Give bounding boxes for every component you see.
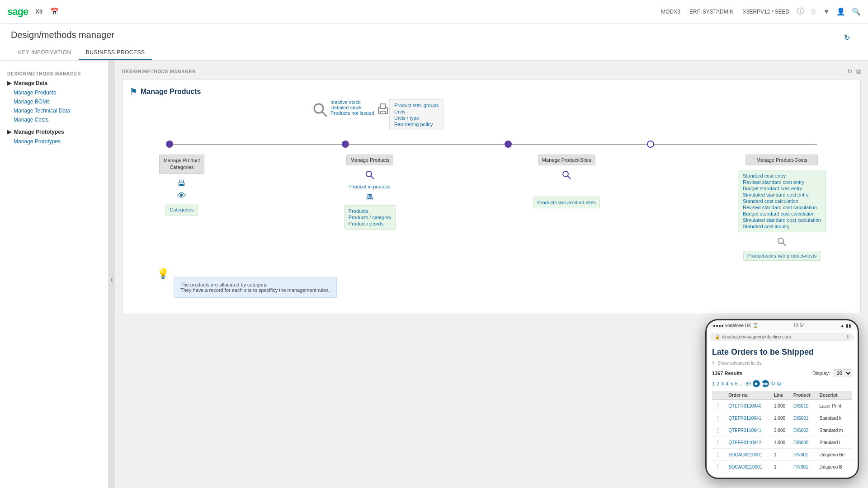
table-row: ⋮ QTEFR0110042 1,000 DIS008 Standard l xyxy=(712,436,852,449)
page-69[interactable]: 69 xyxy=(745,381,751,386)
row-dots[interactable]: ⋮ xyxy=(712,449,726,461)
link-simulated-standard-cost-entry[interactable]: Simulated standard cost entry xyxy=(743,192,821,197)
print-icon-products[interactable]: 🖶 xyxy=(366,193,374,202)
link-budget-standard-cost-calculation[interactable]: Budget standard cost calculation xyxy=(743,211,821,216)
tab-key-information[interactable]: KEY INFORMATION xyxy=(11,46,79,60)
sidebar-group-manage-prototypes[interactable]: ▶ Manage Prototypes xyxy=(0,127,108,137)
row-dots[interactable]: ⋮ xyxy=(712,400,726,412)
share-icon[interactable]: ⇧ xyxy=(846,334,849,339)
page-2[interactable]: 2 xyxy=(717,381,719,386)
process-refresh-icon[interactable]: ↻ xyxy=(847,68,853,75)
info-row: 💡 The products are allocated by category… xyxy=(130,268,853,298)
description: Laser Print xyxy=(817,400,852,412)
star-icon[interactable]: ☆ xyxy=(810,7,816,16)
tab-business-process[interactable]: BUSINESS PROCESS xyxy=(79,46,152,60)
link-inactive-stock[interactable]: Inactive stock xyxy=(330,99,374,105)
sidebar-item-manage-prototypes[interactable]: Manage Prototypes xyxy=(0,137,108,146)
link-products-category[interactable]: Products / category xyxy=(349,215,392,220)
eye-icon[interactable]: 👁 xyxy=(177,191,186,201)
row-dots[interactable]: ⋮ xyxy=(712,412,726,424)
refresh-icon[interactable]: ↻ xyxy=(844,33,850,42)
product-code[interactable]: DIS003 xyxy=(791,424,817,436)
row-dots[interactable]: ⋮ xyxy=(712,424,726,436)
sidebar-item-manage-products[interactable]: Manage Products xyxy=(0,88,108,97)
mobile-address-bar[interactable]: 🔒 cloudqa.dev-sageerpx3online.com ⇧ xyxy=(710,333,854,341)
page-header: Design/methods manager ↻ KEY INFORMATION… xyxy=(0,23,868,61)
link-standard-cost-entry[interactable]: Standard cost entry xyxy=(743,173,821,178)
page-4[interactable]: 4 xyxy=(726,381,728,386)
row-dots[interactable]: ⋮ xyxy=(712,461,726,473)
link-revised-standard-cost-calculation[interactable]: Revised standard cost calculation xyxy=(743,205,821,210)
next-page-btn[interactable]: ▶ xyxy=(753,380,760,387)
link-products-wo-product-sites[interactable]: Products w/o product-sites xyxy=(537,200,596,205)
product-code[interactable]: DIS008 xyxy=(791,436,817,449)
person-icon[interactable]: 👤 xyxy=(836,7,845,16)
link-revised-standard-cost-entry[interactable]: Revised standard cost entry xyxy=(743,179,821,185)
svg-line-6 xyxy=(371,176,374,179)
product-code[interactable]: FIN301 xyxy=(791,461,817,473)
order-number[interactable]: SOCAO0210001 xyxy=(726,461,771,473)
svg-line-8 xyxy=(567,176,571,179)
print-icon-top[interactable] xyxy=(376,102,390,118)
bulb-icon: 💡 xyxy=(157,268,169,280)
svg-rect-3 xyxy=(380,104,386,108)
search-magnifier-icon[interactable] xyxy=(312,102,329,120)
search-icon-products[interactable] xyxy=(365,170,375,181)
search-icon[interactable]: 🔍 xyxy=(852,7,861,16)
sidebar: DESIGN/METHODS MANAGER ▶ Manage Data Man… xyxy=(0,61,108,488)
sidebar-group-manage-data[interactable]: ▶ Manage Data xyxy=(0,78,108,88)
sidebar-item-manage-technical-data[interactable]: Manage Technical Data xyxy=(0,106,108,115)
app-id[interactable]: X3 xyxy=(35,8,42,15)
last-page-btn[interactable]: ▶▶ xyxy=(762,380,769,387)
link-product-records[interactable]: Product records xyxy=(349,221,392,226)
calendar-icon[interactable]: 📅 xyxy=(50,7,59,16)
link-reordering-policy[interactable]: Reordering policy xyxy=(394,122,439,127)
link-detailed-stock[interactable]: Detailed stock xyxy=(330,105,374,110)
mobile-advanced-fields[interactable]: ↻ Show advanced fields xyxy=(712,361,852,366)
print-icon-categories[interactable]: 🖶 xyxy=(178,178,186,188)
product-code[interactable]: DIS001 xyxy=(791,412,817,424)
link-budget-standard-cost-entry[interactable]: Budget standard cost entry xyxy=(743,186,821,191)
expand-icon[interactable]: ⧉ xyxy=(777,380,781,387)
link-product-sites-wo-product-costs[interactable]: Product-sites w/o product-costs xyxy=(747,253,816,258)
nav-link-x3erpv12[interactable]: X3ERPV12 / SEED xyxy=(743,9,789,15)
link-products[interactable]: Products xyxy=(349,208,392,214)
process-expand-icon[interactable]: ⧉ xyxy=(856,68,861,75)
top-navigation: sage X3 📅 MODX3 ERP-SYSTADMIN X3ERPV12 /… xyxy=(0,0,868,23)
sidebar-item-manage-boms[interactable]: Manage BOMs xyxy=(0,97,108,106)
order-number[interactable]: QTEFR0110042 xyxy=(726,436,771,449)
page-3[interactable]: 3 xyxy=(721,381,724,386)
table-row: ⋮ QTEFR0110041 1,000 DIS001 Standard k xyxy=(712,412,852,424)
page-1[interactable]: 1 xyxy=(712,381,715,386)
page-6[interactable]: 6 xyxy=(735,381,738,386)
chevron-down-icon[interactable]: ▼ xyxy=(823,8,830,16)
link-categories[interactable]: Categories xyxy=(170,207,193,212)
order-number[interactable]: QTEFR0110041 xyxy=(726,424,771,436)
link-units-type[interactable]: Units / type xyxy=(394,115,439,121)
order-number[interactable]: QTEFR0110040 xyxy=(726,400,771,412)
search-icon-product-costs[interactable] xyxy=(777,237,787,248)
link-standard-cost-calculation[interactable]: Standard cost calculation xyxy=(743,198,821,204)
product-code[interactable]: FIN301 xyxy=(791,449,817,461)
timeline-line xyxy=(166,144,817,145)
sidebar-collapse-handle[interactable]: ❮ xyxy=(108,61,115,488)
help-icon[interactable]: ⓘ xyxy=(797,7,804,16)
product-code[interactable]: DIS010 xyxy=(791,400,817,412)
timeline xyxy=(130,137,853,151)
link-products-not-issued[interactable]: Products not issued xyxy=(330,110,374,116)
page-5[interactable]: 5 xyxy=(731,381,733,386)
link-standard-cost-inquiry[interactable]: Standard cost inquiry xyxy=(743,224,821,229)
product-in-process-link[interactable]: Product in process xyxy=(349,184,391,189)
order-number[interactable]: SOCAO0210001 xyxy=(726,449,771,461)
link-simulated-standard-cost-calculation[interactable]: Simulated standard cost calculation xyxy=(743,217,821,223)
link-units[interactable]: Units xyxy=(394,109,439,114)
row-dots[interactable]: ⋮ xyxy=(712,436,726,449)
mobile-refresh-btn[interactable]: ↻ xyxy=(771,380,775,387)
link-product-stat-groups[interactable]: Product stat. groups xyxy=(394,103,439,108)
nav-link-modx3[interactable]: MODX3 xyxy=(661,9,680,15)
search-icon-product-sites[interactable] xyxy=(561,170,571,181)
order-number[interactable]: QTEFR0110041 xyxy=(726,412,771,424)
sidebar-item-manage-costs[interactable]: Manage Costs xyxy=(0,115,108,124)
nav-link-erp[interactable]: ERP-SYSTADMIN xyxy=(689,9,734,15)
mobile-display-select[interactable]: 20 xyxy=(833,369,852,377)
